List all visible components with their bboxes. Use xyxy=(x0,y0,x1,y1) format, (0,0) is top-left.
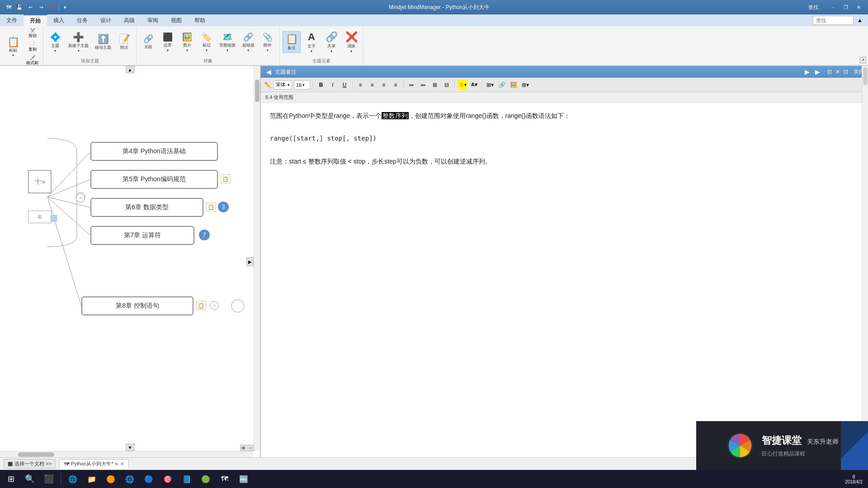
mindmgr-taskbar-btn[interactable]: 🗺 xyxy=(216,471,234,487)
relation-btn[interactable]: 🔗 关联 xyxy=(139,33,157,52)
mindmap-canvas[interactable]: ▲ 十» 出 － 第4章 Python语法 xyxy=(0,66,260,457)
dropdown-btn[interactable]: ▾ xyxy=(60,2,70,12)
node-ch8-collapse[interactable]: － xyxy=(210,301,219,310)
mark-btn[interactable]: 🏷️ 标记 ▾ xyxy=(198,31,216,54)
italic-btn[interactable]: I xyxy=(328,80,338,90)
paste-btn[interactable]: 📋 粘贴 ▾ xyxy=(3,35,24,59)
notes-vscroll[interactable] xyxy=(862,66,868,475)
launcher-icon[interactable]: ↗ xyxy=(860,57,866,63)
node-ch8[interactable]: 第8章 控制语句 📋 － xyxy=(81,296,193,315)
ribbon-expand-btn[interactable]: ▲ xyxy=(855,17,864,23)
minimize-btn[interactable]: － xyxy=(827,3,839,11)
expand-left[interactable]: 出 xyxy=(28,211,52,223)
hyperlink-btn[interactable]: 🔗 超链接 ▾ xyxy=(239,31,257,54)
panel-forward-btn[interactable]: ▶ xyxy=(813,68,822,75)
panel-fwd-btn[interactable]: ▶ xyxy=(803,68,811,75)
note-active-btn[interactable]: 📋 备注 xyxy=(283,31,301,53)
select-doc-btn[interactable]: ⬛ 选择一个文档 >> xyxy=(4,459,56,469)
indent-btn[interactable]: ⊞ xyxy=(430,80,440,90)
search-input[interactable] xyxy=(813,16,854,25)
map-link-btn[interactable]: 🗺️ 导图链接 ▾ xyxy=(217,31,238,54)
list-ordered-btn[interactable]: ≔ xyxy=(406,80,416,90)
save-btn[interactable]: 💾 xyxy=(14,2,24,12)
tab-close-btn[interactable]: ✕ xyxy=(120,461,124,466)
font-size-dropdown[interactable]: 16 ▾ xyxy=(294,80,310,89)
font-color-btn[interactable]: A▾ xyxy=(469,80,479,90)
tab-review[interactable]: 审阅 xyxy=(141,14,165,26)
close-btn[interactable]: ✕ xyxy=(853,3,864,11)
note-btn[interactable]: 📝 附注 xyxy=(115,32,133,52)
sticky-btn[interactable]: 🟢 xyxy=(197,471,215,487)
node-ch8-note-icon[interactable]: 📋 xyxy=(196,301,206,310)
font-family-dropdown[interactable]: 宋体 ▾ xyxy=(274,80,292,89)
node-ch5-note-icon[interactable]: 📋 xyxy=(221,174,231,183)
text-btn[interactable]: A 文字 ▾ xyxy=(302,30,321,55)
node-ch5[interactable]: 第5章 Python编码规范 📋 xyxy=(90,170,218,189)
node-ch7[interactable]: 第7章 运算符 7 xyxy=(90,226,194,245)
notes-content-area[interactable]: 范围在Python中类型是range，表示一个整数序列，创建范围对象使用rang… xyxy=(261,103,868,457)
scroll-up-btn[interactable]: ▲ xyxy=(126,66,135,73)
node-ch6-note-icon[interactable]: 📋 xyxy=(206,202,216,211)
panel-float-btn[interactable]: ⊡ xyxy=(827,69,832,75)
node-ch4[interactable]: 第4章 Python语法基础 xyxy=(90,142,218,161)
share-btn[interactable]: 🔗 共享 ▾ xyxy=(322,30,340,55)
git-btn[interactable]: 🔵 xyxy=(140,471,158,487)
scroll-down-arrow[interactable]: ▼ xyxy=(126,444,135,451)
fit-btn[interactable]: ⊞ xyxy=(240,445,246,451)
word2-btn[interactable]: 🔤 xyxy=(235,471,253,487)
topic-btn[interactable]: 💠 主题 ▾ xyxy=(46,30,64,54)
help-icon[interactable]: ❓ xyxy=(47,2,57,12)
search-taskbar-btn[interactable]: 🔍 xyxy=(21,471,39,487)
node-ch6[interactable]: 第6章 数据类型 📋 3 xyxy=(90,198,203,217)
zoom-btn[interactable]: ↔ xyxy=(247,445,254,451)
more-btn[interactable]: ⊞▾ xyxy=(520,80,530,90)
pycharm-btn[interactable]: 🎯 xyxy=(159,471,177,487)
align-justify-btn[interactable]: ≡ xyxy=(391,80,401,90)
ie-btn[interactable]: 🌐 xyxy=(64,471,82,487)
groove-btn[interactable]: 🟠 xyxy=(102,471,120,487)
image-btn[interactable]: 🖼️ 图片 ▾ xyxy=(178,31,196,54)
scroll-right-btn[interactable]: ▶ xyxy=(246,257,254,266)
boundary-btn[interactable]: ⬛ 边界 ▾ xyxy=(159,31,177,54)
align-left-btn[interactable]: ≡ xyxy=(355,80,365,90)
underline-btn[interactable]: U xyxy=(340,80,349,90)
scroll-right-arrow[interactable]: ▶ xyxy=(246,257,254,266)
tab-insert[interactable]: 插入 xyxy=(47,14,71,26)
highlight-btn[interactable]: 🔆▾ xyxy=(458,80,467,90)
move-topic-btn[interactable]: ⬆️ 移动主题 xyxy=(93,32,113,52)
word-btn[interactable]: 📘 xyxy=(178,471,196,487)
copy-btn[interactable]: 📄 复制 xyxy=(24,41,40,53)
central-node-left[interactable]: 十» xyxy=(28,170,52,193)
tab-help[interactable]: 帮助 xyxy=(188,14,212,26)
bold-btn[interactable]: B xyxy=(316,80,326,90)
attachment-btn[interactable]: 📎 附件 ▾ xyxy=(259,31,277,54)
panel-back-btn[interactable]: ◀ xyxy=(264,68,273,75)
clear-btn[interactable]: ❌ 清除 ▾ xyxy=(342,30,360,55)
scroll-down-btn[interactable]: ▼ xyxy=(126,444,135,451)
redo-btn[interactable]: ↪ xyxy=(36,2,46,12)
tab-start[interactable]: 开始 xyxy=(24,14,47,26)
tab-task[interactable]: 任务 xyxy=(71,14,94,26)
restore-btn[interactable]: ❐ xyxy=(840,3,852,11)
align-center-btn[interactable]: ≡ xyxy=(367,80,377,90)
format-painter-btn[interactable]: 🖌️ 格式刷 xyxy=(24,54,40,67)
panel-close-btn[interactable]: ✕ xyxy=(835,69,840,75)
table-btn[interactable]: ⊞▾ xyxy=(485,80,495,90)
list-unordered-btn[interactable]: ≔ xyxy=(418,80,428,90)
start-btn[interactable]: ⊞ xyxy=(2,471,20,487)
collapse-btn[interactable]: － xyxy=(76,193,85,202)
hyperlink-fmt-btn[interactable]: 🔗 xyxy=(497,80,507,90)
mindmap-vscroll[interactable] xyxy=(254,66,260,451)
tab-advanced[interactable]: 高级 xyxy=(118,14,141,26)
tab-file[interactable]: 文件 xyxy=(0,14,24,26)
chrome-btn[interactable]: 🌐 xyxy=(121,471,139,487)
explorer-btn[interactable]: 📁 xyxy=(83,471,101,487)
mindmap-hscroll[interactable] xyxy=(0,451,254,457)
tab-design[interactable]: 设计 xyxy=(94,14,118,26)
notes-style-icon[interactable]: ✏️ xyxy=(264,81,272,89)
cut-btn[interactable]: ✂️ 剪切 xyxy=(24,27,40,40)
scroll-up-arrow[interactable]: ▲ xyxy=(126,66,135,73)
new-subtopic-btn[interactable]: ➕ 新建子主题 ▾ xyxy=(66,30,91,54)
active-doc-tab[interactable]: 🗺 Python从小到大牛* ↻ ✕ xyxy=(59,459,129,469)
paste-dropdown[interactable]: ▾ xyxy=(12,53,14,57)
